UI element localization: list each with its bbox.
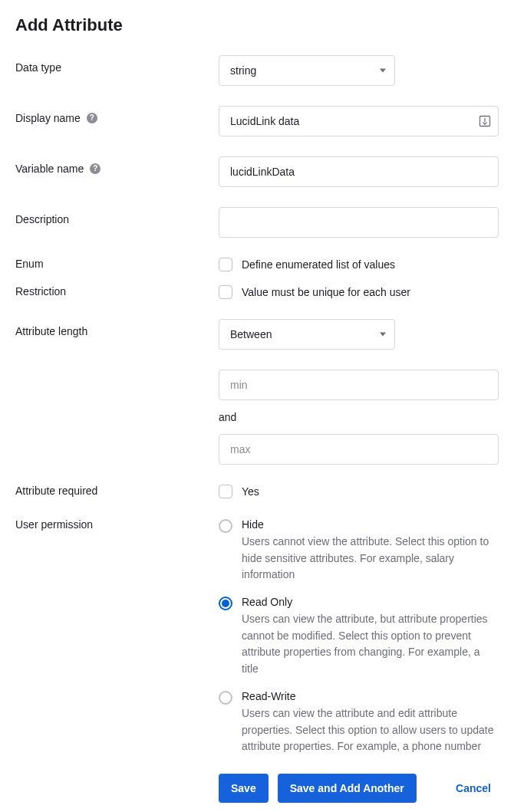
label-description: Description bbox=[15, 207, 219, 225]
attribute-length-select[interactable]: Between bbox=[219, 319, 395, 350]
row-variable-name: Variable name ? bbox=[15, 156, 499, 187]
attribute-length-select-wrap[interactable]: Between bbox=[219, 319, 395, 350]
description-input[interactable] bbox=[219, 207, 499, 238]
label-enum: Enum bbox=[15, 258, 219, 270]
variable-name-input[interactable] bbox=[219, 156, 499, 187]
restriction-checkbox-label: Value must be unique for each user bbox=[242, 286, 410, 298]
page-title: Add Attribute bbox=[15, 15, 499, 35]
row-attribute-length-range: and bbox=[15, 370, 499, 465]
row-display-name: Display name ? bbox=[15, 106, 499, 136]
radio-item-hide[interactable]: Hide Users cannot view the attribute. Se… bbox=[219, 518, 499, 584]
radio-read-only-desc: Users can view the attribute, but attrib… bbox=[242, 611, 499, 678]
label-variable-name: Variable name ? bbox=[15, 156, 219, 175]
radio-read-write[interactable] bbox=[219, 691, 232, 705]
label-restriction: Restriction bbox=[15, 285, 219, 298]
and-label: and bbox=[219, 411, 499, 423]
form-fill-icon[interactable] bbox=[479, 115, 491, 127]
attribute-required-checkbox[interactable] bbox=[219, 485, 232, 498]
label-display-name: Display name ? bbox=[15, 106, 219, 124]
restriction-checkbox-row[interactable]: Value must be unique for each user bbox=[219, 285, 499, 299]
radio-hide-label: Hide bbox=[242, 518, 499, 531]
radio-read-only[interactable] bbox=[219, 597, 232, 610]
radio-hide[interactable] bbox=[219, 519, 232, 533]
label-attribute-length: Attribute length bbox=[15, 319, 219, 337]
restriction-checkbox[interactable] bbox=[219, 285, 232, 299]
label-empty bbox=[15, 370, 219, 376]
display-name-input[interactable] bbox=[219, 106, 499, 136]
radio-read-only-label: Read Only bbox=[242, 596, 499, 608]
radio-read-write-label: Read-Write bbox=[242, 690, 499, 702]
data-type-select-wrap[interactable]: string bbox=[219, 55, 395, 86]
save-add-another-button[interactable]: Save and Add Another bbox=[278, 774, 417, 803]
attribute-required-checkbox-label: Yes bbox=[242, 485, 259, 498]
help-icon[interactable]: ? bbox=[87, 113, 97, 123]
row-enum: Enum Define enumerated list of values bbox=[15, 258, 499, 271]
radio-hide-desc: Users cannot view the attribute. Select … bbox=[242, 534, 499, 584]
label-variable-name-text: Variable name bbox=[15, 163, 84, 175]
row-restriction: Restriction Value must be unique for eac… bbox=[15, 285, 499, 299]
enum-checkbox[interactable] bbox=[219, 258, 232, 271]
row-user-permission: User permission Hide Users cannot view t… bbox=[15, 518, 499, 755]
row-data-type: Data type string bbox=[15, 55, 499, 86]
row-attribute-required: Attribute required Yes bbox=[15, 485, 499, 498]
attribute-length-max-input[interactable] bbox=[219, 434, 499, 465]
row-description: Description bbox=[15, 207, 499, 238]
user-permission-radio-group: Hide Users cannot view the attribute. Se… bbox=[219, 518, 499, 755]
cancel-button[interactable]: Cancel bbox=[448, 774, 499, 803]
label-user-permission: User permission bbox=[15, 518, 219, 531]
attribute-length-min-input[interactable] bbox=[219, 370, 499, 400]
radio-read-write-desc: Users can view the attribute and edit at… bbox=[242, 705, 499, 755]
attribute-required-checkbox-row[interactable]: Yes bbox=[219, 485, 499, 498]
radio-item-read-write[interactable]: Read-Write Users can view the attribute … bbox=[219, 690, 499, 755]
enum-checkbox-label: Define enumerated list of values bbox=[242, 258, 395, 271]
label-data-type: Data type bbox=[15, 55, 219, 74]
data-type-select[interactable]: string bbox=[219, 55, 395, 86]
help-icon[interactable]: ? bbox=[90, 163, 100, 174]
button-row: Save Save and Add Another Cancel bbox=[219, 774, 499, 803]
radio-item-read-only[interactable]: Read Only Users can view the attribute, … bbox=[219, 596, 499, 678]
label-display-name-text: Display name bbox=[15, 112, 81, 124]
enum-checkbox-row[interactable]: Define enumerated list of values bbox=[219, 258, 499, 271]
row-attribute-length: Attribute length Between bbox=[15, 319, 499, 350]
label-attribute-required: Attribute required bbox=[15, 485, 219, 497]
save-button[interactable]: Save bbox=[219, 774, 269, 803]
